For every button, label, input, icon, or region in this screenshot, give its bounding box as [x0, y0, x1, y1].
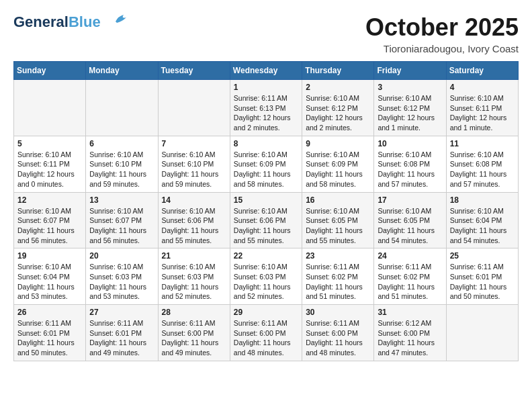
- day-of-week-header: Monday: [86, 62, 158, 80]
- day-number: 5: [17, 139, 82, 148]
- calendar-day-cell: 26Sunrise: 6:11 AM Sunset: 6:01 PM Dayli…: [14, 305, 86, 361]
- day-of-week-header: Friday: [374, 62, 446, 80]
- calendar-day-cell: 28Sunrise: 6:11 AM Sunset: 6:00 PM Dayli…: [158, 305, 230, 361]
- calendar-day-cell: 20Sunrise: 6:10 AM Sunset: 6:03 PM Dayli…: [86, 248, 158, 305]
- calendar-day-cell: 21Sunrise: 6:10 AM Sunset: 6:03 PM Dayli…: [158, 248, 230, 305]
- logo-text: GeneralBlue: [13, 15, 101, 30]
- calendar-day-cell: 24Sunrise: 6:11 AM Sunset: 6:02 PM Dayli…: [374, 248, 446, 305]
- calendar-day-cell: 25Sunrise: 6:11 AM Sunset: 6:01 PM Dayli…: [446, 248, 518, 305]
- day-number: 18: [450, 195, 515, 205]
- day-number: 24: [378, 251, 442, 261]
- day-number: 10: [378, 139, 442, 148]
- day-info: Sunrise: 6:11 AM Sunset: 6:00 PM Dayligh…: [306, 318, 370, 358]
- day-info: Sunrise: 6:10 AM Sunset: 6:04 PM Dayligh…: [17, 262, 82, 302]
- day-number: 22: [234, 251, 298, 261]
- calendar-day-cell: 12Sunrise: 6:10 AM Sunset: 6:07 PM Dayli…: [14, 192, 86, 248]
- day-info: Sunrise: 6:10 AM Sunset: 6:07 PM Dayligh…: [17, 206, 82, 246]
- day-of-week-header: Saturday: [446, 62, 518, 80]
- calendar-empty-cell: [86, 80, 158, 136]
- logo-bird-icon: [102, 13, 128, 28]
- day-info: Sunrise: 6:11 AM Sunset: 6:02 PM Dayligh…: [306, 262, 370, 302]
- day-number: 13: [89, 195, 154, 205]
- day-info: Sunrise: 6:11 AM Sunset: 6:01 PM Dayligh…: [89, 318, 154, 358]
- day-info: Sunrise: 6:11 AM Sunset: 6:00 PM Dayligh…: [234, 318, 298, 358]
- day-info: Sunrise: 6:10 AM Sunset: 6:09 PM Dayligh…: [306, 150, 370, 189]
- day-info: Sunrise: 6:10 AM Sunset: 6:10 PM Dayligh…: [89, 150, 154, 189]
- logo: GeneralBlue: [13, 13, 128, 30]
- day-number: 2: [306, 83, 370, 92]
- calendar-day-cell: 6Sunrise: 6:10 AM Sunset: 6:10 PM Daylig…: [86, 136, 158, 192]
- day-info: Sunrise: 6:11 AM Sunset: 6:01 PM Dayligh…: [17, 318, 82, 358]
- day-info: Sunrise: 6:10 AM Sunset: 6:12 PM Dayligh…: [378, 93, 442, 133]
- day-number: 21: [162, 251, 226, 261]
- page-header: GeneralBlue October 2025 Tioroniaradougo…: [13, 13, 519, 54]
- day-number: 14: [162, 195, 226, 205]
- day-info: Sunrise: 6:11 AM Sunset: 6:01 PM Dayligh…: [450, 262, 515, 302]
- calendar-day-cell: 4Sunrise: 6:10 AM Sunset: 6:11 PM Daylig…: [446, 80, 518, 136]
- day-info: Sunrise: 6:10 AM Sunset: 6:04 PM Dayligh…: [450, 206, 515, 246]
- calendar-day-cell: 19Sunrise: 6:10 AM Sunset: 6:04 PM Dayli…: [14, 248, 86, 305]
- day-info: Sunrise: 6:10 AM Sunset: 6:10 PM Dayligh…: [162, 150, 226, 189]
- calendar-day-cell: 9Sunrise: 6:10 AM Sunset: 6:09 PM Daylig…: [302, 136, 374, 192]
- day-number: 31: [378, 308, 442, 317]
- calendar-table: SundayMondayTuesdayWednesdayThursdayFrid…: [13, 61, 519, 361]
- calendar-day-cell: 17Sunrise: 6:10 AM Sunset: 6:05 PM Dayli…: [374, 192, 446, 248]
- calendar-day-cell: 29Sunrise: 6:11 AM Sunset: 6:00 PM Dayli…: [230, 305, 302, 361]
- calendar-empty-cell: [446, 305, 518, 361]
- day-info: Sunrise: 6:12 AM Sunset: 6:00 PM Dayligh…: [378, 318, 442, 358]
- day-info: Sunrise: 6:10 AM Sunset: 6:08 PM Dayligh…: [378, 150, 442, 189]
- day-info: Sunrise: 6:10 AM Sunset: 6:09 PM Dayligh…: [234, 150, 298, 189]
- calendar-day-cell: 15Sunrise: 6:10 AM Sunset: 6:06 PM Dayli…: [230, 192, 302, 248]
- calendar-day-cell: 31Sunrise: 6:12 AM Sunset: 6:00 PM Dayli…: [374, 305, 446, 361]
- day-number: 15: [234, 195, 298, 205]
- day-number: 3: [378, 83, 442, 92]
- day-number: 6: [89, 139, 154, 148]
- day-info: Sunrise: 6:10 AM Sunset: 6:06 PM Dayligh…: [234, 206, 298, 246]
- day-of-week-header: Thursday: [302, 62, 374, 80]
- day-of-week-header: Wednesday: [230, 62, 302, 80]
- calendar-header-row: SundayMondayTuesdayWednesdayThursdayFrid…: [14, 62, 519, 80]
- calendar-day-cell: 1Sunrise: 6:11 AM Sunset: 6:13 PM Daylig…: [230, 80, 302, 136]
- calendar-day-cell: 8Sunrise: 6:10 AM Sunset: 6:09 PM Daylig…: [230, 136, 302, 192]
- day-number: 19: [17, 251, 82, 261]
- day-info: Sunrise: 6:10 AM Sunset: 6:03 PM Dayligh…: [234, 262, 298, 302]
- calendar-week-row: 5Sunrise: 6:10 AM Sunset: 6:11 PM Daylig…: [14, 136, 519, 192]
- day-info: Sunrise: 6:10 AM Sunset: 6:03 PM Dayligh…: [162, 262, 226, 302]
- calendar-week-row: 26Sunrise: 6:11 AM Sunset: 6:01 PM Dayli…: [14, 305, 519, 361]
- calendar-day-cell: 30Sunrise: 6:11 AM Sunset: 6:00 PM Dayli…: [302, 305, 374, 361]
- calendar-day-cell: 13Sunrise: 6:10 AM Sunset: 6:07 PM Dayli…: [86, 192, 158, 248]
- calendar-empty-cell: [14, 80, 86, 136]
- calendar-day-cell: 5Sunrise: 6:10 AM Sunset: 6:11 PM Daylig…: [14, 136, 86, 192]
- calendar-day-cell: 23Sunrise: 6:11 AM Sunset: 6:02 PM Dayli…: [302, 248, 374, 305]
- day-number: 20: [89, 251, 154, 261]
- day-number: 25: [450, 251, 515, 261]
- day-of-week-header: Tuesday: [158, 62, 230, 80]
- calendar-day-cell: 27Sunrise: 6:11 AM Sunset: 6:01 PM Dayli…: [86, 305, 158, 361]
- day-of-week-header: Sunday: [14, 62, 86, 80]
- calendar-week-row: 12Sunrise: 6:10 AM Sunset: 6:07 PM Dayli…: [14, 192, 519, 248]
- day-number: 11: [450, 139, 515, 148]
- day-number: 12: [17, 195, 82, 205]
- calendar-day-cell: 16Sunrise: 6:10 AM Sunset: 6:05 PM Dayli…: [302, 192, 374, 248]
- day-number: 28: [162, 308, 226, 317]
- day-info: Sunrise: 6:10 AM Sunset: 6:11 PM Dayligh…: [450, 93, 515, 133]
- calendar-week-row: 19Sunrise: 6:10 AM Sunset: 6:04 PM Dayli…: [14, 248, 519, 305]
- title-block: October 2025 Tioroniaradougou, Ivory Coa…: [365, 13, 519, 54]
- day-number: 9: [306, 139, 370, 148]
- calendar-empty-cell: [158, 80, 230, 136]
- day-number: 1: [234, 83, 298, 92]
- calendar-day-cell: 22Sunrise: 6:10 AM Sunset: 6:03 PM Dayli…: [230, 248, 302, 305]
- day-info: Sunrise: 6:10 AM Sunset: 6:05 PM Dayligh…: [378, 206, 442, 246]
- day-info: Sunrise: 6:10 AM Sunset: 6:07 PM Dayligh…: [89, 206, 154, 246]
- calendar-day-cell: 18Sunrise: 6:10 AM Sunset: 6:04 PM Dayli…: [446, 192, 518, 248]
- calendar-day-cell: 10Sunrise: 6:10 AM Sunset: 6:08 PM Dayli…: [374, 136, 446, 192]
- day-info: Sunrise: 6:10 AM Sunset: 6:05 PM Dayligh…: [306, 206, 370, 246]
- day-number: 26: [17, 308, 82, 317]
- month-title: October 2025: [365, 13, 519, 42]
- calendar-day-cell: 11Sunrise: 6:10 AM Sunset: 6:08 PM Dayli…: [446, 136, 518, 192]
- day-number: 23: [306, 251, 370, 261]
- day-info: Sunrise: 6:10 AM Sunset: 6:06 PM Dayligh…: [162, 206, 226, 246]
- calendar-week-row: 1Sunrise: 6:11 AM Sunset: 6:13 PM Daylig…: [14, 80, 519, 136]
- day-number: 4: [450, 83, 515, 92]
- calendar-day-cell: 7Sunrise: 6:10 AM Sunset: 6:10 PM Daylig…: [158, 136, 230, 192]
